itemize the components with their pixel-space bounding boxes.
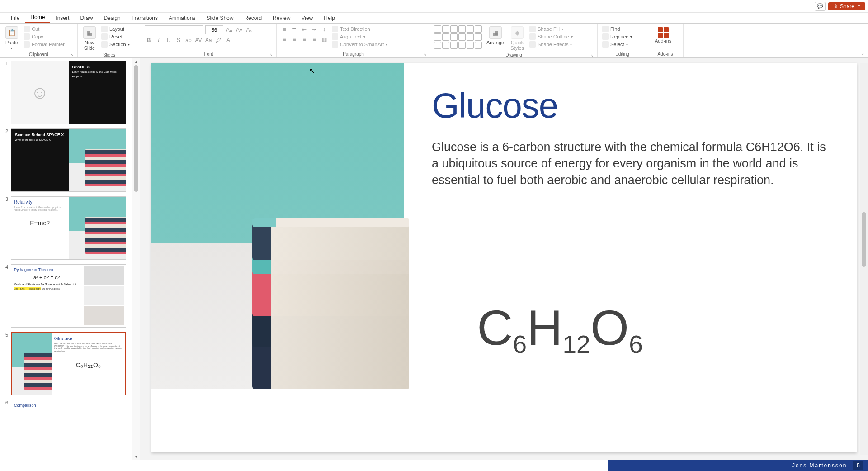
addins-button[interactable]: Add-ins — [651, 25, 675, 45]
comments-button[interactable]: 💬 — [815, 2, 826, 11]
spacing-button[interactable]: AV — [194, 36, 203, 44]
shadow-button[interactable]: ab — [184, 36, 193, 44]
cut-button[interactable]: Cut — [23, 25, 66, 33]
tab-record[interactable]: Record — [239, 13, 267, 23]
bullets-button[interactable]: ≡ — [280, 25, 288, 33]
tab-home[interactable]: Home — [25, 12, 50, 23]
new-slide-button[interactable]: ▦ New Slide — [81, 25, 98, 52]
dialog-launcher-icon[interactable]: ↘ — [269, 52, 273, 57]
tab-draw[interactable]: Draw — [75, 13, 98, 23]
select-button[interactable]: Select▾ — [601, 41, 633, 48]
shape-effects-button[interactable]: Shape Effects▾ — [528, 41, 574, 48]
share-button[interactable]: ⇪ Share ▾ — [828, 2, 865, 10]
justify-button[interactable]: ≡ — [310, 35, 318, 43]
paste-button[interactable]: 📋 Paste ▾ — [4, 25, 20, 51]
columns-button[interactable]: ▥ — [320, 35, 328, 43]
numbering-button[interactable]: ≣ — [290, 25, 298, 33]
font-color-button[interactable]: A — [224, 36, 232, 44]
decrease-font-icon[interactable]: A▾ — [235, 26, 243, 34]
ribbon: 📋 Paste ▾ Cut Copy Format Painter Clipbo… — [0, 24, 868, 58]
tab-file[interactable]: File — [5, 13, 25, 23]
tab-slideshow[interactable]: Slide Show — [201, 13, 239, 23]
convert-smartart-button[interactable]: Convert to SmartArt▾ — [331, 41, 388, 48]
tab-review[interactable]: Review — [267, 13, 296, 23]
shape-icon[interactable] — [442, 33, 449, 41]
tab-transitions[interactable]: Transitions — [126, 13, 163, 23]
shape-icon[interactable] — [467, 33, 474, 41]
shape-icon[interactable] — [458, 25, 466, 33]
shape-icon[interactable] — [475, 42, 482, 49]
copy-button[interactable]: Copy — [23, 33, 66, 40]
editor-scrollbar[interactable] — [860, 63, 868, 455]
case-button[interactable]: Aa — [204, 36, 212, 44]
scroll-down-icon[interactable]: ▾ — [132, 453, 140, 460]
shape-icon[interactable] — [434, 25, 441, 33]
shape-icon[interactable] — [442, 42, 449, 49]
shape-icon[interactable] — [450, 33, 458, 41]
increase-indent-button[interactable]: ⇥ — [310, 25, 318, 33]
find-button[interactable]: Find — [601, 25, 633, 33]
tab-design[interactable]: Design — [98, 13, 126, 23]
shape-outline-button[interactable]: Shape Outline▾ — [528, 33, 574, 40]
strike-button[interactable]: S — [175, 36, 183, 44]
scroll-handle[interactable] — [862, 212, 866, 267]
scroll-handle[interactable] — [134, 65, 138, 192]
slide-thumbnail-5[interactable]: GlucoseGlucose is a 6-carbon structure w… — [11, 332, 126, 395]
tab-insert[interactable]: Insert — [50, 13, 75, 23]
underline-button[interactable]: U — [165, 36, 173, 44]
shape-icon[interactable] — [475, 33, 482, 41]
scroll-up-icon[interactable]: ▴ — [132, 58, 140, 65]
increase-font-icon[interactable]: A▴ — [225, 26, 233, 34]
highlight-button[interactable]: 🖍 — [214, 36, 222, 44]
arrange-button[interactable]: ▦Arrange — [485, 25, 506, 46]
layout-button[interactable]: Layout▾ — [100, 25, 131, 33]
shape-icon[interactable] — [442, 25, 449, 33]
align-center-button[interactable]: ≡ — [290, 35, 298, 43]
shape-icon[interactable] — [458, 42, 466, 49]
shape-icon[interactable] — [467, 25, 474, 33]
text-direction-button[interactable]: Text Direction▾ — [331, 25, 388, 33]
thumb-scrollbar[interactable]: ▴ ▾ — [132, 58, 140, 460]
reset-button[interactable]: Reset — [100, 33, 131, 40]
align-left-button[interactable]: ≡ — [280, 35, 288, 43]
shape-icon[interactable] — [475, 25, 482, 33]
quick-styles-icon: ◆ — [511, 26, 524, 39]
dialog-launcher-icon[interactable]: ↘ — [590, 53, 594, 57]
slide-title[interactable]: Glucose — [432, 85, 830, 126]
shape-icon[interactable] — [434, 33, 441, 41]
shape-icon[interactable] — [450, 42, 458, 49]
shape-icon[interactable] — [458, 33, 466, 41]
dialog-launcher-icon[interactable]: ↘ — [71, 53, 74, 57]
tab-help[interactable]: Help — [318, 13, 340, 23]
format-painter-button[interactable]: Format Painter — [23, 41, 66, 48]
align-right-button[interactable]: ≡ — [300, 35, 308, 43]
line-spacing-button[interactable]: ↕ — [320, 25, 328, 33]
clear-format-icon[interactable]: Aₓ — [245, 26, 253, 34]
font-name-input[interactable] — [145, 25, 203, 34]
shape-fill-button[interactable]: Shape Fill▾ — [528, 25, 574, 33]
decrease-indent-button[interactable]: ⇤ — [300, 25, 308, 33]
bold-button[interactable]: B — [145, 36, 153, 44]
italic-button[interactable]: I — [155, 36, 163, 44]
slide-thumbnail-3[interactable]: RelativityE = mc2, an equation in German… — [11, 196, 126, 260]
section-button[interactable]: Section▾ — [100, 41, 131, 48]
shapes-gallery[interactable] — [434, 25, 482, 49]
slide-body-text[interactable]: Glucose is a 6-carbon structure with the… — [432, 139, 830, 188]
align-text-button[interactable]: Align Text▾ — [331, 33, 388, 40]
shape-icon[interactable] — [467, 42, 474, 49]
replace-button[interactable]: Replace▾ — [601, 33, 633, 40]
slide-thumbnail-2[interactable]: Science Behind SPACE XWhat is the need o… — [11, 128, 126, 192]
font-size-input[interactable] — [205, 25, 223, 34]
slide-canvas[interactable]: Glucose Glucose is a 6-carbon structure … — [151, 63, 857, 452]
slide-thumbnail-4[interactable]: Pythagorean Theorema² + b2 = c2Keyboard … — [11, 264, 126, 328]
shape-icon[interactable] — [434, 42, 441, 49]
shape-icon[interactable] — [450, 25, 458, 33]
quick-styles-button[interactable]: ◆Quick Styles — [509, 25, 526, 52]
slide-thumbnail-1[interactable]: ☺ SPACE XLearn About Space X and Elon Mu… — [11, 61, 126, 124]
slide-formula[interactable]: C6H12O6 — [477, 299, 643, 356]
dialog-launcher-icon[interactable]: ↘ — [423, 52, 426, 57]
collapse-ribbon-button[interactable]: ⌄ — [861, 51, 864, 56]
slide-thumbnail-6[interactable]: Comparison — [11, 400, 126, 427]
tab-animations[interactable]: Animations — [163, 13, 201, 23]
tab-view[interactable]: View — [296, 13, 318, 23]
